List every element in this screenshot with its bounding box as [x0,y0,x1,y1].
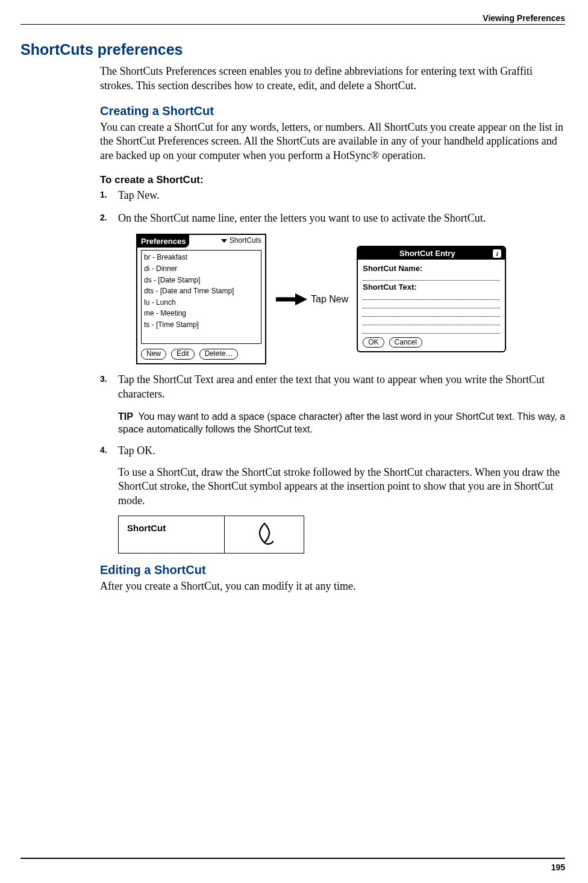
footer-rule [20,858,565,859]
step-4: Tap OK. To use a ShortCut, draw the Shor… [100,444,565,554]
preferences-screen: Preferences ShortCuts br - Breakfast di … [136,234,266,364]
running-header: Viewing Preferences [483,13,565,23]
entry-title: ShortCut Entry [361,248,493,258]
step-1: Tap New. [100,189,565,203]
shortcut-text-input[interactable] [363,310,500,317]
tap-new-callout: Tap New [311,293,348,305]
info-icon[interactable]: i [493,249,501,258]
shortcut-text-input[interactable] [363,301,500,308]
shortcut-name-label: ShortCut Name: [363,263,500,273]
tip-text: You may want to add a space (space chara… [118,411,565,434]
list-item[interactable]: ts - [Time Stamp] [144,319,258,331]
shortcut-name-input[interactable] [363,273,500,281]
figure-row: Preferences ShortCuts br - Breakfast di … [136,234,565,364]
step-2: On the ShortCut name line, enter the let… [100,211,565,365]
list-item[interactable]: di - Dinner [144,263,258,275]
svg-marker-1 [295,293,307,305]
header-rule [20,24,565,25]
shortcut-text-input[interactable] [363,293,500,300]
entry-titlebar: ShortCut Entry i [358,247,505,260]
shortcut-symbol-table: ShortCut [118,516,304,554]
intro-paragraph: The ShortCuts Preferences screen enables… [100,64,565,93]
shortcuts-list[interactable]: br - Breakfast di - Dinner ds - [Date St… [141,250,261,344]
list-item[interactable]: me - Meeting [144,308,258,319]
prefs-dropdown-label: ShortCuts [230,236,261,245]
arrow-right-icon [275,292,307,307]
delete-button[interactable]: Delete… [199,349,239,360]
shortcut-text-input[interactable] [363,318,500,325]
list-item[interactable]: lu - Lunch [144,297,258,308]
edit-button[interactable]: Edit [171,349,195,360]
shortcut-table-label: ShortCut [119,516,225,553]
page-number: 195 [551,863,565,872]
tip-label: TIP [118,411,133,422]
list-item[interactable]: br - Breakfast [144,252,258,263]
shortcut-symbol-cell [225,516,304,553]
list-item[interactable]: dts - [Date and Time Stamp] [144,285,258,297]
prefs-button-row: New Edit Delete… [137,346,265,363]
shortcut-text-label: ShortCut Text: [363,282,500,292]
shortcut-text-input[interactable] [363,326,500,334]
page-title: ShortCuts preferences [20,41,565,58]
followup-paragraph: To use a ShortCut, draw the ShortCut str… [118,466,565,508]
step-4-text: Tap OK. [118,445,155,457]
step-3: Tap the ShortCut Text area and enter the… [100,373,565,435]
editing-heading: Editing a ShortCut [100,563,565,577]
procedure-heading: To create a ShortCut: [100,174,565,186]
creating-paragraph: You can create a ShortCut for any words,… [100,120,565,163]
new-button[interactable]: New [141,349,166,360]
prefs-dropdown[interactable]: ShortCuts [217,235,265,248]
cancel-button[interactable]: Cancel [389,337,422,348]
step-3-text: Tap the ShortCut Text area and enter the… [118,373,545,400]
prefs-titlebar: Preferences ShortCuts [137,235,265,248]
prefs-title: Preferences [137,235,189,248]
shortcut-stroke-icon [254,520,275,546]
creating-heading: Creating a ShortCut [100,104,565,118]
shortcut-entry-dialog: ShortCut Entry i ShortCut Name: ShortCut… [357,246,506,352]
chevron-down-icon [221,239,227,243]
editing-paragraph: After you create a ShortCut, you can mod… [100,579,565,594]
step-2-text: On the ShortCut name line, enter the let… [118,212,486,224]
list-item[interactable]: ds - [Date Stamp] [144,275,258,286]
ok-button[interactable]: OK [363,337,384,348]
